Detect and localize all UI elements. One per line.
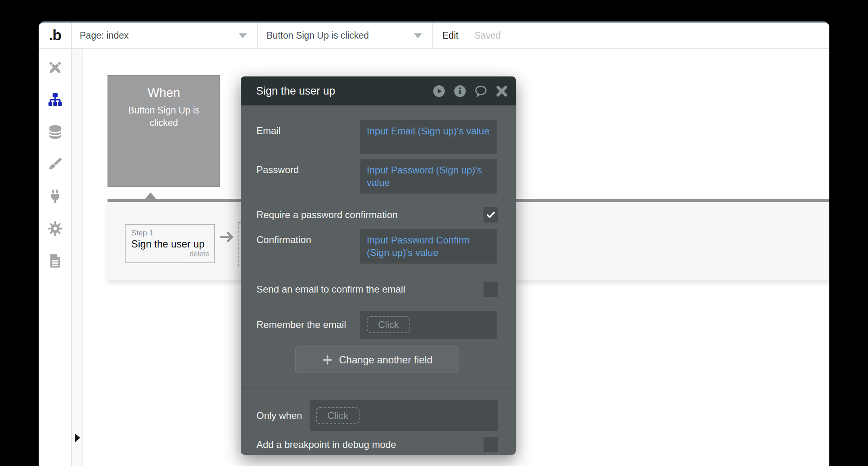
- step-action-title: Sign the user up: [131, 238, 209, 250]
- sidebar-item-settings[interactable]: [48, 221, 63, 236]
- send-confirm-email-checkbox[interactable]: [484, 282, 498, 297]
- sidebar-item-workflow[interactable]: [48, 92, 63, 107]
- close-icon[interactable]: [495, 85, 508, 98]
- confirmation-expression-field[interactable]: Input Password Confirm (Sign up)'s value: [360, 229, 497, 264]
- plus-icon: [322, 355, 333, 365]
- password-label: Password: [256, 159, 360, 194]
- step-number-label: Step 1: [131, 229, 209, 237]
- only-when-field[interactable]: Click: [310, 400, 498, 431]
- gear-icon: [48, 221, 63, 236]
- left-sidebar: [39, 49, 72, 466]
- remember-email-row: Remember the email Click: [256, 311, 498, 339]
- require-confirmation-checkbox[interactable]: [484, 207, 498, 223]
- email-label: Email: [256, 120, 360, 154]
- flow-connector-triangle: [145, 192, 156, 199]
- chevron-down-icon: [414, 33, 422, 38]
- remember-email-field[interactable]: Click: [360, 311, 497, 339]
- sidebar-item-logs[interactable]: [48, 253, 63, 268]
- only-when-click-placeholder[interactable]: Click: [316, 407, 360, 424]
- breakpoint-checkbox[interactable]: [484, 437, 498, 452]
- modal-header: Sign the user up: [241, 76, 516, 105]
- remember-email-label: Remember the email: [256, 319, 360, 330]
- remember-email-click-placeholder[interactable]: Click: [367, 316, 410, 333]
- expand-panel-arrow[interactable]: [75, 433, 80, 442]
- checkmark-icon: [486, 210, 496, 220]
- event-dropdown-value: Button Sign Up is clicked: [267, 30, 369, 41]
- modal-divider: [241, 388, 516, 388]
- next-step-arrow-icon: [219, 229, 235, 245]
- modal-title: Sign the user up: [256, 85, 432, 97]
- paintbrush-icon: [48, 157, 63, 172]
- bubble-logo[interactable]: .b: [39, 23, 72, 48]
- email-expression-field[interactable]: Input Email (Sign up)'s value: [360, 120, 497, 154]
- sidebar-item-styles[interactable]: [48, 157, 63, 172]
- action-editor-modal: Sign the user up Email: [241, 76, 516, 455]
- info-icon[interactable]: [453, 85, 467, 98]
- sidebar-item-design[interactable]: [48, 60, 63, 75]
- step-card[interactable]: Step 1 Sign the user up delete: [125, 224, 215, 263]
- email-row: Email Input Email (Sign up)'s value: [256, 120, 498, 154]
- play-icon[interactable]: [432, 85, 446, 98]
- event-block-subtitle: Button Sign Up is clicked: [108, 104, 219, 129]
- sidebar-item-data[interactable]: [48, 124, 63, 140]
- saved-status: Saved: [475, 30, 501, 41]
- chevron-down-icon: [239, 33, 247, 38]
- event-block-title: When: [108, 86, 219, 100]
- confirmation-row: Confirmation Input Password Confirm (Sig…: [256, 229, 498, 264]
- change-another-field-label: Change another field: [339, 354, 432, 366]
- require-confirmation-label: Require a password confirmation: [256, 209, 398, 221]
- comment-icon[interactable]: [474, 85, 488, 98]
- modal-body: Email Input Email (Sign up)'s value Pass…: [241, 105, 516, 453]
- step-delete-link[interactable]: delete: [131, 250, 209, 258]
- event-block[interactable]: When Button Sign Up is clicked: [107, 75, 220, 187]
- event-dropdown[interactable]: Button Sign Up is clicked: [258, 23, 433, 48]
- change-field-row: Change another field: [256, 346, 498, 373]
- send-confirm-email-row: Send an email to confirm the email: [256, 281, 498, 297]
- mode-section: Edit Saved: [433, 23, 501, 48]
- top-bar: .b Page: index Button Sign Up is clicked…: [39, 23, 829, 49]
- page-dropdown[interactable]: Page: index: [72, 23, 258, 48]
- modal-header-icons: [432, 85, 508, 98]
- workflow-sitemap-icon: [48, 92, 63, 107]
- only-when-row: Only when Click: [256, 400, 498, 431]
- design-tools-icon: [48, 60, 63, 75]
- send-confirm-email-label: Send an email to confirm the email: [256, 284, 405, 295]
- breakpoint-row: Add a breakpoint in debug mode: [256, 437, 498, 453]
- require-confirmation-row: Require a password confirmation: [256, 207, 498, 223]
- plug-icon: [48, 189, 63, 204]
- password-expression-field[interactable]: Input Password (Sign up)'s value: [360, 159, 497, 194]
- only-when-label: Only when: [256, 410, 310, 421]
- change-another-field-button[interactable]: Change another field: [295, 346, 459, 373]
- edit-mode-button[interactable]: Edit: [442, 30, 459, 41]
- confirmation-label: Confirmation: [256, 229, 360, 264]
- page-dropdown-value: Page: index: [80, 30, 128, 41]
- password-row: Password Input Password (Sign up)'s valu…: [256, 159, 498, 194]
- palette-strip: [72, 49, 83, 466]
- sidebar-item-plugins[interactable]: [48, 189, 63, 204]
- document-icon: [48, 253, 63, 268]
- breakpoint-label: Add a breakpoint in debug mode: [256, 439, 396, 450]
- database-icon: [48, 124, 63, 140]
